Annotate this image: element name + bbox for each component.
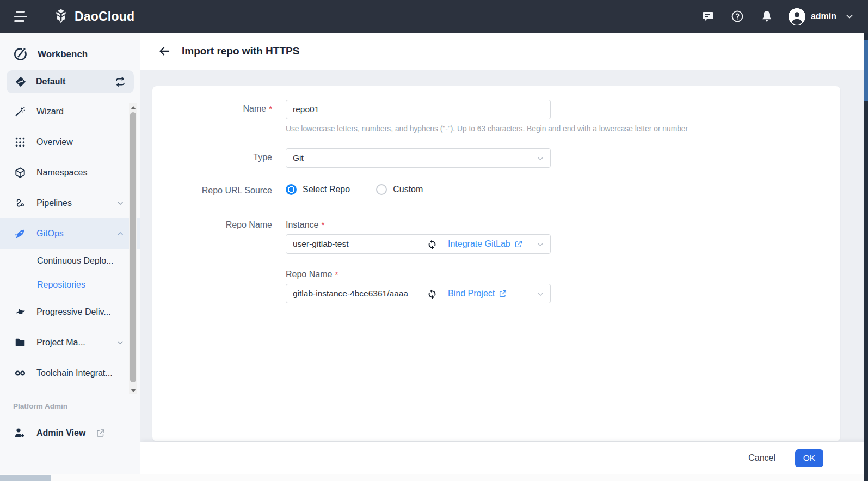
chevron-down-icon <box>537 290 544 298</box>
workspace-icon <box>14 75 27 88</box>
admin-view-icon <box>13 427 26 440</box>
sidebar-scrollbar-thumb[interactable] <box>130 112 136 382</box>
message-icon[interactable] <box>701 10 715 23</box>
brand-logo[interactable]: DaoCloud <box>52 8 134 25</box>
sidebar-item-namespaces[interactable]: Namespaces <box>0 157 140 188</box>
sidebar-item-toolchain-integration[interactable]: Toolchain Integrat... <box>0 358 140 388</box>
topbar-actions: admin <box>685 8 854 25</box>
sidebar-item-overview[interactable]: Overview <box>0 127 140 157</box>
sidebar-item-progressive-delivery[interactable]: Progressive Deliv... <box>0 297 140 327</box>
required-asterisk: * <box>269 104 272 113</box>
refresh-instances-icon[interactable] <box>426 238 438 250</box>
sidebar-item-label: GitOps <box>36 229 64 239</box>
page-title: Import repo with HTTPS <box>182 45 299 57</box>
repo-url-source-label: Repo URL Source <box>152 186 272 196</box>
gitops-rocket-icon <box>14 228 26 240</box>
required-asterisk: * <box>335 270 338 279</box>
name-field-label: Name* <box>152 104 272 114</box>
bind-project-link[interactable]: Bind Project <box>448 284 507 303</box>
overview-grid-icon <box>14 136 26 148</box>
menu-toggle-icon[interactable] <box>14 11 28 22</box>
progressive-delivery-bird-icon <box>14 306 26 318</box>
daocloud-logo-icon <box>52 8 70 25</box>
namespaces-cube-icon <box>14 167 26 179</box>
sidebar-item-label: Toolchain Integrat... <box>36 368 113 378</box>
chevron-down-icon <box>537 241 544 248</box>
topbar: DaoCloud <box>0 0 868 33</box>
sidebar-item-label: Progressive Deliv... <box>36 307 111 317</box>
name-input[interactable] <box>286 100 551 119</box>
type-select-value: Git <box>293 153 304 163</box>
help-icon[interactable] <box>731 10 744 23</box>
sidebar-item-gitops[interactable]: GitOps <box>0 218 140 249</box>
sidebar-item-wizard[interactable]: Wizard <box>0 96 140 127</box>
sidebar: Workbench Default <box>0 33 140 474</box>
content-area: Name* Use lowercase letters, numbers, an… <box>140 70 868 442</box>
integrate-gitlab-link-label: Integrate GitLab <box>448 239 510 249</box>
external-link-icon <box>498 289 507 298</box>
sidebar-subitem-continuous-deployment[interactable]: Continuous Deplo... <box>0 249 140 273</box>
external-link-icon <box>96 428 106 438</box>
sidebar-item-label: Namespaces <box>36 168 87 178</box>
sidebar-item-pipelines[interactable]: Pipelines <box>0 188 140 218</box>
radio-select-repo[interactable] <box>286 184 297 195</box>
radio-select-repo-label[interactable]: Select Repo <box>303 185 350 194</box>
infinity-icon <box>14 367 26 379</box>
sidebar-subitem-label: Continuous Deplo... <box>37 256 114 266</box>
page-header: Import repo with HTTPS <box>140 33 868 70</box>
workbench-icon <box>13 47 28 62</box>
folder-icon <box>14 337 26 349</box>
admin-view-label: Admin View <box>36 428 85 438</box>
type-field-label: Type <box>152 153 272 162</box>
sidebar-subitem-repositories[interactable]: Repositories <box>0 273 140 297</box>
form-card: Name* Use lowercase letters, numbers, an… <box>152 86 840 441</box>
radio-custom[interactable] <box>376 184 387 195</box>
workbench-label: Workbench <box>38 49 88 60</box>
repo-name-select-value: gitlab-instance-4bce6361/aaaa <box>293 289 408 299</box>
sidebar-item-label: Overview <box>36 137 73 147</box>
switch-workspace-icon[interactable] <box>114 76 126 88</box>
horizontal-scrollbar-thumb[interactable] <box>0 475 51 481</box>
sidebar-item-project-management[interactable]: Project Ma... <box>0 327 140 358</box>
workspace-name: Default <box>36 77 65 87</box>
instance-field-label: Instance* <box>286 220 324 230</box>
chevron-up-icon <box>116 230 124 238</box>
external-link-icon <box>514 240 523 248</box>
pipelines-icon <box>14 197 26 209</box>
scroll-down-arrow-icon[interactable] <box>129 386 137 394</box>
cancel-button[interactable]: Cancel <box>748 453 775 463</box>
chevron-down-icon <box>116 339 124 346</box>
sidebar-scrollbar[interactable] <box>129 103 137 394</box>
sidebar-subitem-label: Repositories <box>37 280 85 290</box>
refresh-repos-icon[interactable] <box>426 288 438 300</box>
notifications-bell-icon[interactable] <box>760 10 773 23</box>
integrate-gitlab-link[interactable]: Integrate GitLab <box>448 234 523 254</box>
form-action-footer: Cancel OK <box>140 442 868 474</box>
bind-project-link-label: Bind Project <box>448 289 495 299</box>
repo-url-source-radio-group: Select Repo Custom <box>286 184 449 195</box>
chevron-down-icon <box>537 155 544 162</box>
required-asterisk: * <box>321 220 324 229</box>
brand-name: DaoCloud <box>75 9 134 24</box>
user-avatar[interactable] <box>789 8 805 25</box>
name-help-text: Use lowercase letters, numbers, and hyph… <box>286 125 688 133</box>
back-arrow-icon[interactable] <box>158 45 171 58</box>
type-select[interactable]: Git <box>286 148 551 168</box>
user-menu-chevron-down-icon[interactable] <box>845 12 854 21</box>
sidebar-item-label: Pipelines <box>36 198 72 208</box>
sidebar-item-label: Wizard <box>36 107 64 117</box>
platform-admin-section-label: Platform Admin <box>0 393 140 410</box>
vertical-scrollbar[interactable] <box>864 33 868 481</box>
sidebar-menu: Wizard Overview Namespaces <box>0 96 140 388</box>
scroll-up-arrow-icon[interactable] <box>129 103 137 112</box>
radio-custom-label[interactable]: Custom <box>393 185 423 194</box>
ok-button[interactable]: OK <box>795 449 823 467</box>
sidebar-item-admin-view[interactable]: Admin View <box>0 427 140 440</box>
horizontal-scrollbar[interactable] <box>0 474 868 481</box>
vertical-scrollbar-thumb[interactable] <box>864 40 868 101</box>
username-label: admin <box>811 11 836 21</box>
sidebar-item-label: Project Ma... <box>36 338 85 348</box>
workspace-selector[interactable]: Default <box>7 70 134 93</box>
repo-name-select[interactable]: gitlab-instance-4bce6361/aaaa <box>286 284 551 303</box>
repo-name-field-label: Repo Name* <box>286 270 338 279</box>
